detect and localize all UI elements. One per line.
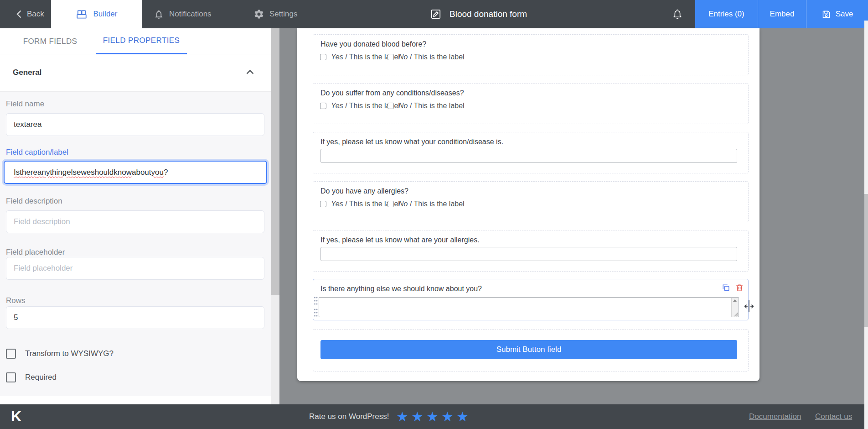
- required-checkbox-label: Required: [25, 373, 57, 382]
- back-button[interactable]: Back: [16, 0, 44, 28]
- page-scrollbar-thumb[interactable]: [864, 194, 868, 327]
- page-scrollbar[interactable]: [864, 21, 868, 429]
- required-checkbox-box[interactable]: [6, 372, 16, 382]
- text-input[interactable]: [320, 247, 737, 261]
- sidebar-scrollbar[interactable]: [271, 28, 279, 404]
- rate-us-group: Rate us on WordPress! ★★★★★: [309, 404, 471, 429]
- chevron-left-icon: [16, 10, 21, 18]
- delete-trash-icon[interactable]: [735, 283, 744, 293]
- kali-forms-logo: K: [11, 408, 21, 425]
- option-label: No / This is the label: [398, 53, 465, 61]
- sidebar-tabs: FORM FIELDS FIELD PROPERTIES: [0, 28, 271, 54]
- form-title: Blood donation form: [450, 9, 527, 19]
- textarea-scroll-up-arrow[interactable]: [733, 299, 737, 302]
- field-placeholder-input[interactable]: [6, 257, 264, 280]
- checkbox[interactable]: [388, 54, 394, 60]
- field-row-donated-before[interactable]: Have you donated blood before? Yes / Thi…: [313, 34, 749, 75]
- contact-us-link[interactable]: Contact us: [815, 412, 852, 421]
- tab-settings-label: Settings: [269, 10, 297, 19]
- field-row-textarea-selected[interactable]: Is there anything else we should know ab…: [313, 279, 749, 320]
- option-label: No / This is the label: [398, 102, 465, 110]
- app-window: Back Builder Notifications Settings: [0, 0, 868, 429]
- field-caption-label: Field caption/label: [6, 148, 68, 157]
- field-label: Do you have any allergies?: [320, 187, 408, 195]
- field-row-condition-detail[interactable]: If yes, please let us know what your con…: [313, 132, 749, 173]
- option-no[interactable]: No / This is the label: [388, 200, 465, 208]
- textarea-resize-grip[interactable]: [733, 311, 739, 317]
- bell-icon: [154, 9, 164, 20]
- checkbox[interactable]: [388, 201, 394, 207]
- wysiwyg-checkbox[interactable]: Transform to WYSIWYG?: [6, 349, 114, 359]
- sidebar-scrollbar-thumb[interactable]: [271, 28, 279, 295]
- field-row-allergies[interactable]: Do you have any allergies? Yes / This is…: [313, 181, 749, 222]
- chevron-up-icon[interactable]: [246, 70, 254, 74]
- duplicate-icon[interactable]: [722, 283, 730, 293]
- wysiwyg-checkbox-box[interactable]: [6, 349, 16, 359]
- rows-label: Rows: [6, 296, 26, 305]
- builder-bricks-icon: [76, 8, 88, 20]
- checkbox[interactable]: [320, 54, 326, 60]
- footer: K Rate us on WordPress! ★★★★★ Documentat…: [0, 404, 864, 429]
- field-description-label: Field description: [6, 197, 62, 206]
- field-label: Have you donated blood before?: [320, 40, 426, 48]
- drag-handle-icon[interactable]: [314, 296, 318, 318]
- wysiwyg-checkbox-label: Transform to WYSIWYG?: [25, 349, 114, 358]
- field-placeholder-label: Field placeholder: [6, 248, 65, 257]
- field-row-conditions[interactable]: Do you suffer from any conditions/diseas…: [313, 83, 749, 124]
- sidebar: FORM FIELDS FIELD PROPERTIES General Fie…: [0, 28, 271, 404]
- checkbox[interactable]: [320, 201, 326, 207]
- checkbox[interactable]: [320, 103, 326, 109]
- field-name-input[interactable]: [6, 113, 264, 136]
- field-label: Do you suffer from any conditions/diseas…: [320, 89, 464, 97]
- general-section-header[interactable]: General: [0, 54, 271, 91]
- save-floppy-icon: [822, 10, 831, 19]
- required-checkbox[interactable]: Required: [6, 372, 57, 382]
- notification-bell-icon[interactable]: [672, 8, 683, 21]
- submit-button[interactable]: Submit Button field: [320, 340, 737, 359]
- embed-button-label: Embed: [770, 10, 795, 19]
- field-caption-input[interactable]: Is there anything else we should know ab…: [4, 161, 267, 184]
- field-description-input[interactable]: [6, 210, 264, 233]
- checkbox[interactable]: [388, 103, 394, 109]
- field-label: Is there anything else we should know ab…: [320, 285, 482, 293]
- general-section-title: General: [13, 68, 41, 77]
- field-properties-panel: Field name Field caption/label Is there …: [0, 91, 271, 396]
- topbar-actions: Entries (0) Embed Save: [695, 0, 868, 28]
- save-button-label: Save: [836, 10, 853, 19]
- tab-notifications[interactable]: Notifications: [154, 0, 212, 28]
- field-row-allergies-detail[interactable]: If yes, please let us know what are your…: [313, 230, 749, 272]
- form-preview-area: Have you donated blood before? Yes / Thi…: [279, 28, 864, 404]
- gear-icon: [253, 9, 264, 20]
- field-label: If yes, please let us know what your con…: [320, 138, 503, 146]
- field-row-submit[interactable]: Submit Button field: [313, 329, 749, 371]
- top-bar: Back Builder Notifications Settings: [0, 0, 868, 28]
- entries-button-label: Entries (0): [708, 10, 744, 19]
- rating-stars[interactable]: ★★★★★: [396, 404, 471, 429]
- textarea-input[interactable]: [319, 297, 739, 317]
- tab-form-fields[interactable]: FORM FIELDS: [18, 28, 82, 54]
- tab-settings[interactable]: Settings: [253, 0, 297, 28]
- save-button[interactable]: Save: [806, 0, 868, 28]
- option-no[interactable]: No / This is the label: [388, 102, 465, 110]
- option-no[interactable]: No / This is the label: [388, 53, 465, 61]
- form-title-group: Blood donation form: [430, 0, 527, 28]
- edit-pencil-icon[interactable]: [430, 8, 442, 20]
- option-label: No / This is the label: [398, 200, 465, 208]
- tab-builder-label: Builder: [93, 10, 118, 19]
- rows-input[interactable]: [6, 306, 264, 329]
- tab-field-properties[interactable]: FIELD PROPERTIES: [96, 28, 187, 54]
- documentation-link[interactable]: Documentation: [749, 412, 801, 421]
- embed-button[interactable]: Embed: [758, 0, 806, 28]
- rate-us-text: Rate us on WordPress!: [309, 412, 389, 421]
- resize-width-handle-icon[interactable]: [744, 298, 754, 314]
- text-input[interactable]: [320, 149, 737, 163]
- tab-builder[interactable]: Builder: [51, 0, 142, 28]
- entries-button[interactable]: Entries (0): [695, 0, 758, 28]
- form-preview-card: Have you donated blood before? Yes / Thi…: [297, 28, 760, 381]
- field-label: If yes, please let us know what are your…: [320, 236, 480, 244]
- field-name-label: Field name: [6, 99, 44, 109]
- back-label: Back: [27, 10, 44, 19]
- tab-notifications-label: Notifications: [169, 10, 212, 19]
